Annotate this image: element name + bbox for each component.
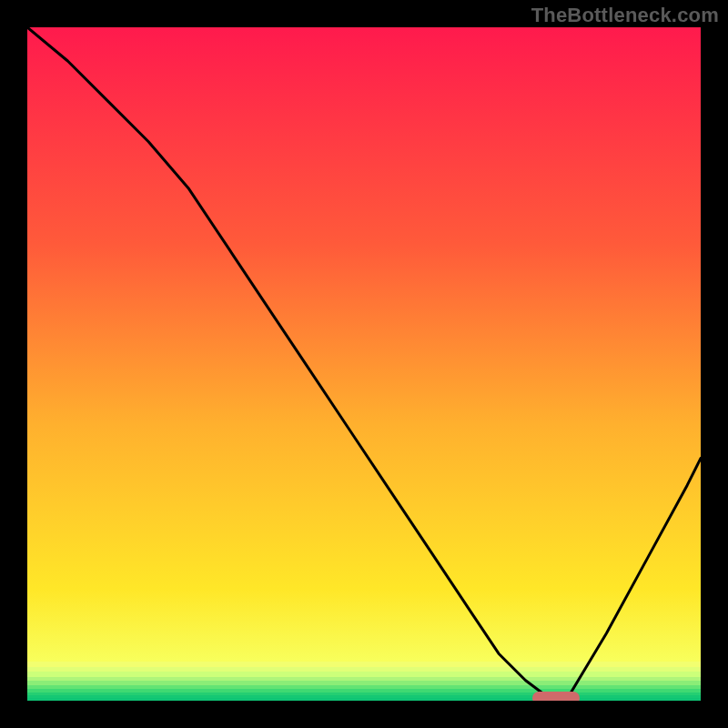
optimal-range-marker: [532, 692, 580, 701]
bottleneck-curve: [27, 27, 701, 701]
watermark-text: TheBottleneck.com: [531, 4, 719, 27]
plot-area: [27, 27, 701, 701]
chart-frame: TheBottleneck.com: [0, 0, 728, 728]
